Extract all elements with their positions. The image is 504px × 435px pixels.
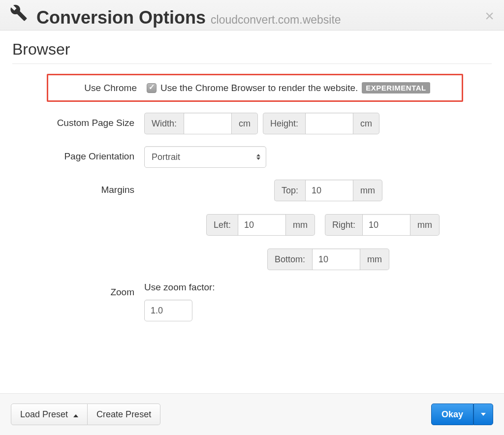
modal-body: Browser Use Chrome Use the Chrome Browse… (0, 31, 504, 321)
orientation-row: Page Orientation Portrait (12, 146, 492, 168)
margin-right-group: Right: mm (325, 214, 440, 236)
margin-bottom-unit: mm (360, 249, 389, 270)
margin-top-unit: mm (353, 180, 382, 201)
width-unit: cm (232, 113, 258, 134)
zoom-input[interactable] (144, 300, 192, 321)
width-group: Width: cm (144, 113, 258, 134)
wrench-icon (10, 4, 28, 24)
height-group: Height: cm (263, 113, 379, 134)
modal-subtitle: cloudconvert.com.website (211, 13, 341, 27)
margin-top-input[interactable] (305, 180, 353, 201)
margin-bottom-group: Bottom: mm (267, 249, 389, 270)
page-size-label: Custom Page Size (12, 113, 144, 128)
margin-right-input[interactable] (362, 214, 410, 236)
margin-bottom-label: Bottom: (267, 249, 312, 270)
load-preset-button[interactable]: Load Preset (11, 404, 88, 425)
use-chrome-checkbox[interactable] (147, 83, 157, 93)
load-preset-label: Load Preset (20, 409, 68, 419)
margin-top-label: Top: (274, 180, 305, 201)
margins-label: Margins (12, 180, 144, 195)
zoom-row: Zoom Use zoom factor: (12, 282, 492, 321)
height-unit: cm (353, 113, 379, 134)
modal-title: Conversion Options (36, 7, 206, 28)
experimental-badge: EXPERIMENTAL (362, 82, 430, 93)
create-preset-button[interactable]: Create Preset (88, 404, 160, 425)
margin-left-label: Left: (206, 214, 238, 236)
okay-dropdown-button[interactable] (473, 404, 493, 425)
width-input[interactable] (184, 113, 232, 134)
header-left: Conversion Options cloudconvert.com.webs… (10, 6, 341, 28)
use-chrome-row: Use Chrome Use the Chrome Browser to ren… (47, 74, 463, 102)
margin-left-input[interactable] (238, 214, 286, 236)
okay-button[interactable]: Okay (431, 404, 473, 425)
height-label: Height: (263, 113, 305, 134)
use-chrome-description: Use the Chrome Browser to render the web… (160, 83, 358, 93)
margin-right-unit: mm (410, 214, 440, 236)
margin-left-group: Left: mm (206, 214, 315, 236)
modal-footer: Load Preset Create Preset Okay (0, 393, 504, 435)
zoom-caption: Use zoom factor: (144, 282, 215, 293)
close-icon[interactable]: × (485, 8, 494, 24)
modal-header: Conversion Options cloudconvert.com.webs… (0, 0, 504, 31)
page-size-row: Custom Page Size Width: cm Height: cm (12, 113, 492, 134)
zoom-label: Zoom (12, 282, 144, 298)
use-chrome-control: Use the Chrome Browser to render the web… (147, 82, 430, 93)
margins-row: Margins Top: mm Left: mm Right: mm (12, 180, 492, 270)
orientation-select[interactable]: Portrait (144, 146, 266, 168)
height-input[interactable] (305, 113, 353, 134)
caret-up-icon (73, 414, 78, 417)
caret-down-icon (481, 413, 486, 416)
use-chrome-label: Use Chrome (50, 83, 147, 93)
orientation-label: Page Orientation (12, 146, 144, 162)
margin-bottom-input[interactable] (312, 249, 360, 270)
width-label: Width: (144, 113, 184, 134)
margin-left-unit: mm (286, 214, 315, 236)
section-title: Browser (12, 40, 492, 64)
margin-right-label: Right: (325, 214, 362, 236)
margin-top-group: Top: mm (274, 180, 382, 201)
